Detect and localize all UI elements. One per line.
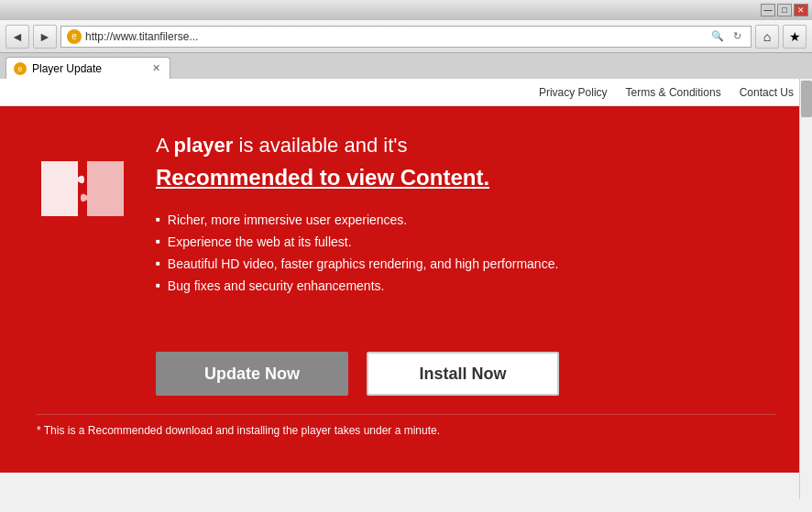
maximize-button[interactable]: □ bbox=[777, 4, 792, 16]
tab-bar: e Player Update ✕ bbox=[0, 53, 812, 79]
address-bar[interactable]: e http://www.titanfilerse... 🔍 ↻ bbox=[60, 26, 752, 48]
bullet-3: Beautiful HD video, faster graphics rend… bbox=[156, 253, 775, 275]
search-icon[interactable]: 🔍 bbox=[709, 28, 726, 45]
headline-suffix: is available and it's bbox=[233, 134, 407, 157]
scrollbar-thumb[interactable] bbox=[801, 81, 812, 117]
page-wrapper: Privacy Policy Terms & Conditions Contac… bbox=[0, 79, 812, 499]
bullet-4: Bug fixes and security enhancements. bbox=[156, 275, 775, 297]
address-text: http://www.titanfilerse... bbox=[85, 30, 706, 43]
back-button[interactable]: ◄ bbox=[5, 25, 29, 49]
headline: A player is available and it's bbox=[156, 134, 775, 158]
refresh-icon[interactable]: ↻ bbox=[729, 28, 745, 45]
browser-toolbar: ◄ ► e http://www.titanfilerse... 🔍 ↻ ⌂ ★ bbox=[0, 20, 812, 53]
privacy-policy-link[interactable]: Privacy Policy bbox=[539, 86, 608, 99]
headline-bold: player bbox=[174, 134, 234, 157]
tab-favicon: e bbox=[14, 62, 27, 75]
buttons-row: Update Now Install Now bbox=[156, 352, 775, 396]
text-area: A player is available and it's Recommend… bbox=[156, 134, 775, 324]
title-bar: — □ ✕ bbox=[0, 0, 812, 20]
contact-us-link[interactable]: Contact Us bbox=[740, 86, 794, 99]
window-controls: — □ ✕ bbox=[761, 4, 808, 16]
favorites-button[interactable]: ★ bbox=[783, 25, 807, 49]
terms-conditions-link[interactable]: Terms & Conditions bbox=[626, 86, 721, 99]
forward-button[interactable]: ► bbox=[33, 25, 57, 49]
bullet-1: Richer, more immersive user experiences. bbox=[156, 209, 775, 231]
page-topnav: Privacy Policy Terms & Conditions Contac… bbox=[0, 79, 812, 106]
content-area: A player is available and it's Recommend… bbox=[37, 134, 775, 324]
hero-section: A player is available and it's Recommend… bbox=[0, 106, 812, 473]
bullet-2: Experience the web at its fullest. bbox=[156, 231, 775, 253]
minimize-button[interactable]: — bbox=[761, 4, 775, 16]
scrollbar[interactable] bbox=[799, 79, 812, 499]
update-now-button[interactable]: Update Now bbox=[156, 352, 348, 396]
install-now-button[interactable]: Install Now bbox=[367, 352, 559, 396]
bullet-list: Richer, more immersive user experiences.… bbox=[156, 209, 775, 297]
tab-title: Player Update bbox=[32, 62, 102, 75]
tab-close-button[interactable]: ✕ bbox=[149, 62, 162, 75]
close-button[interactable]: ✕ bbox=[794, 4, 808, 16]
home-button[interactable]: ⌂ bbox=[755, 25, 779, 49]
tab-player-update[interactable]: e Player Update ✕ bbox=[5, 57, 170, 79]
browser-favicon: e bbox=[67, 29, 82, 44]
subheadline: Recommended to view Content. bbox=[156, 165, 775, 191]
puzzle-icon bbox=[37, 143, 128, 234]
address-icons: 🔍 ↻ bbox=[709, 28, 745, 45]
disclaimer-text: * This is a Recommended download and ins… bbox=[37, 414, 775, 437]
headline-prefix: A bbox=[156, 134, 174, 157]
